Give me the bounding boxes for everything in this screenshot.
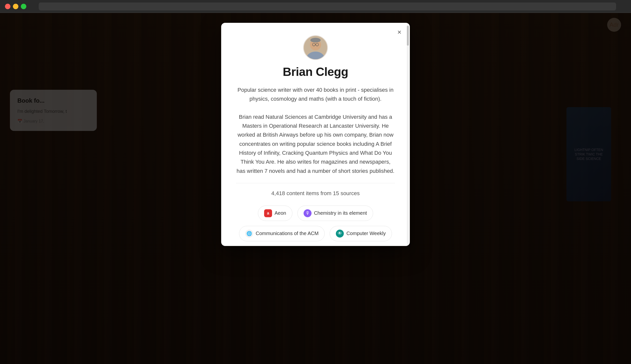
sources-grid: a Aeon 🎙 Chemistry in its element 🌐 Comm…: [236, 206, 395, 246]
bio-paragraph-2: Brian read Natural Sciences at Cambridge…: [236, 112, 395, 176]
cw-icon: 👁: [336, 230, 344, 238]
source-tag-cw[interactable]: 👁 Computer Weekly: [330, 226, 392, 241]
cw-label: Computer Weekly: [346, 230, 386, 236]
acm-icon: 🌐: [245, 230, 253, 238]
source-tag-chemistry[interactable]: 🎙 Chemistry in its element: [297, 206, 373, 221]
maximize-button[interactable]: [21, 4, 26, 9]
window-chrome: [0, 0, 631, 13]
modal-scrollbar-thumb[interactable]: [407, 26, 409, 46]
author-bio: Popular science writer with over 40 book…: [236, 86, 395, 176]
close-icon: ×: [397, 28, 401, 36]
author-modal: ×: [221, 23, 410, 246]
sources-row-2: 🌐 Communications of the ACM 👁 Computer W…: [239, 226, 392, 241]
source-tag-acm[interactable]: 🌐 Communications of the ACM: [239, 226, 325, 241]
avatar-image: [304, 36, 327, 59]
author-avatar-wrapper: [236, 35, 395, 60]
svg-point-3: [310, 38, 321, 43]
avatar: [303, 35, 328, 60]
content-count: 4,418 content items from 15 sources: [236, 190, 395, 197]
modal-content-area: Brian Clegg Popular science writer with …: [221, 23, 410, 246]
divider: [236, 183, 395, 183]
close-modal-button[interactable]: ×: [395, 28, 404, 37]
source-tag-aeon[interactable]: a Aeon: [258, 206, 292, 221]
chemistry-label: Chemistry in its element: [314, 210, 367, 216]
acm-label: Communications of the ACM: [256, 230, 319, 236]
modal-overlay: ×: [0, 13, 631, 364]
address-bar[interactable]: [39, 2, 616, 10]
minimize-button[interactable]: [13, 4, 18, 9]
aeon-label: Aeon: [274, 210, 286, 216]
sources-row-1: a Aeon 🎙 Chemistry in its element: [258, 206, 373, 221]
app-background: Popular ology All Content Fantasy Book f…: [0, 13, 631, 364]
chemistry-icon: 🎙: [303, 209, 311, 217]
aeon-icon: a: [264, 209, 272, 217]
close-button[interactable]: [5, 4, 11, 9]
modal-scrollbar[interactable]: [407, 25, 409, 244]
bio-paragraph-1: Popular science writer with over 40 book…: [236, 86, 395, 104]
author-name: Brian Clegg: [236, 65, 395, 78]
